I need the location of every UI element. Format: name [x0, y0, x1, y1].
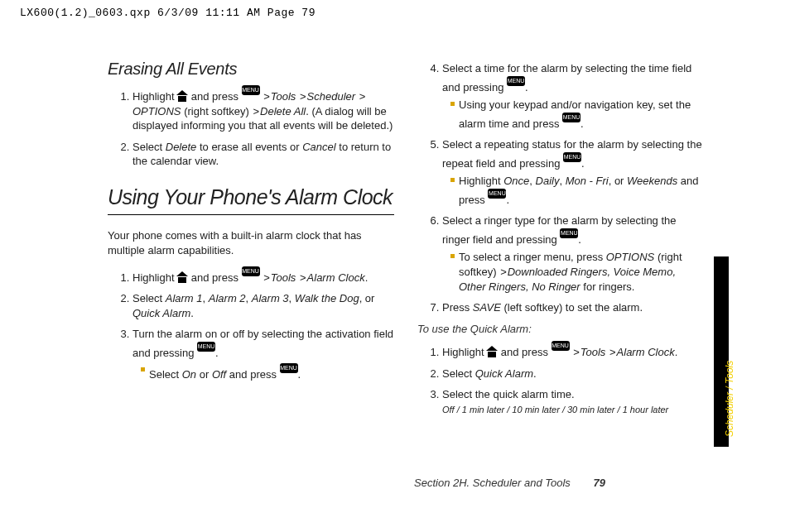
- text: To select a ringer menu, press: [459, 251, 606, 263]
- alarm3-label: Alarm 3: [252, 292, 289, 304]
- text: Select the quick alarm time.: [442, 388, 575, 400]
- gt: >: [606, 346, 615, 358]
- options-label: OPTIONS: [606, 251, 655, 263]
- alarm-steps: Highlight and press MENU OK >Tools >Alar…: [108, 266, 394, 382]
- gt: >: [356, 90, 365, 103]
- alarm-clock-label: Alarm Clock: [617, 346, 675, 358]
- alarm-step-3-sub: Select On or Off and press MENU OK.: [141, 363, 394, 382]
- dog-label: Walk the Dog: [295, 292, 359, 304]
- text: Select: [442, 367, 475, 380]
- quick-alarm-steps: Highlight and press MENU OK >Tools >Alar…: [417, 341, 704, 416]
- menu-ok-icon: MENU OK: [197, 342, 215, 352]
- gt: >: [500, 266, 507, 278]
- text: and press: [226, 368, 279, 381]
- heading-erasing: Erasing All Events: [108, 58, 394, 80]
- menu-ok-icon: MENU OK: [563, 152, 581, 162]
- alarm-step-5: Select a repeating status for the alarm …: [442, 137, 704, 207]
- alarm-step-4-sub: Using your keypad and/or navigation key,…: [450, 98, 704, 131]
- home-icon: [177, 273, 188, 283]
- side-tab: Scheduler / Tools: [714, 256, 729, 447]
- delete-label: Delete: [166, 141, 197, 153]
- scheduler-label: Scheduler: [307, 90, 356, 103]
- slug-line: LX600(1.2)_0603.qxp 6/3/09 11:11 AM Page…: [20, 7, 316, 19]
- alarm-step-6: Select a ringer type for the alarm by se…: [442, 213, 704, 294]
- alarm2-label: Alarm 2: [209, 292, 246, 304]
- alarm-step-6-sub: To select a ringer menu, press OPTIONS (…: [450, 250, 704, 294]
- alarm-step-7: Press SAVE (left softkey) to set the ala…: [442, 300, 704, 315]
- quick-step-3: Select the quick alarm time. Off / 1 min…: [442, 387, 704, 416]
- menu-ok-icon: MENU OK: [562, 113, 580, 122]
- gt: >: [261, 271, 270, 284]
- monfri-label: Mon - Fri: [566, 175, 609, 187]
- once-label: Once: [503, 175, 529, 187]
- gt: >: [296, 90, 306, 103]
- erase-step-2: Select Delete to erase all events or Can…: [132, 140, 394, 169]
- menu-ok-icon: MENU OK: [280, 363, 298, 373]
- alarm-step-4: Select a time for the alarm by selecting…: [442, 61, 704, 131]
- page-body: Erasing All Events Highlight and press M…: [108, 58, 704, 472]
- text: Press: [442, 301, 473, 314]
- alarm1-label: Alarm 1: [166, 292, 203, 304]
- left-column: Erasing All Events Highlight and press M…: [108, 58, 394, 472]
- menu-ok-icon: MENU OK: [560, 228, 578, 238]
- tools-label: Tools: [580, 346, 606, 358]
- quick-step-1: Highlight and press MENU OK >Tools >Alar…: [442, 341, 704, 360]
- gt: >: [261, 90, 270, 103]
- text: and press: [188, 90, 241, 103]
- alarm-intro: Your phone comes with a built-in alarm c…: [108, 228, 394, 257]
- quick-alarm-heading: To use the Quick Alarm:: [417, 322, 704, 337]
- text: and press: [188, 271, 241, 284]
- save-label: SAVE: [473, 301, 501, 314]
- right-column: Select a time for the alarm by selecting…: [417, 58, 704, 472]
- text: Turn the alarm on or off by selecting th…: [132, 328, 393, 359]
- quick-step-2: Select Quick Alarm.: [442, 367, 704, 381]
- text: for ringers.: [580, 280, 635, 293]
- home-icon: [487, 347, 498, 357]
- text: or: [196, 368, 212, 381]
- text: Select a time for the alarm by selecting…: [442, 62, 691, 93]
- side-tab-label: Scheduler / Tools: [724, 361, 735, 437]
- weekends-label: Weekends: [627, 175, 677, 187]
- text: Select: [132, 141, 166, 153]
- quick-alarm-label: Quick Alarm: [132, 307, 190, 319]
- on-label: On: [182, 368, 196, 381]
- page-footer: Section 2H. Scheduler and Tools 79: [414, 477, 605, 489]
- heading-alarm: Using Your Phone's Alarm Clock: [108, 184, 394, 212]
- text: , or: [359, 292, 375, 304]
- text: Select: [149, 368, 182, 381]
- options-label: OPTIONS: [132, 105, 181, 117]
- quick-times: Off / 1 min later / 10 min later / 30 mi…: [442, 405, 668, 415]
- text: Highlight: [132, 271, 177, 284]
- heading-rule: [108, 214, 394, 215]
- text: Highlight: [132, 90, 177, 103]
- text: (right softkey): [181, 105, 253, 117]
- text: Select: [132, 292, 166, 304]
- gt: >: [296, 271, 306, 284]
- alarm-step-2: Select Alarm 1, Alarm 2, Alarm 3, Walk t…: [132, 291, 394, 320]
- gt: >: [571, 346, 580, 358]
- alarm-step-1: Highlight and press MENU OK >Tools >Alar…: [132, 266, 394, 285]
- text: to erase all events or: [196, 141, 302, 153]
- text: Highlight: [459, 175, 503, 187]
- menu-ok-icon: MENU OK: [552, 341, 570, 351]
- cancel-label: Cancel: [302, 141, 335, 153]
- text: and press: [498, 346, 551, 358]
- menu-ok-icon: MENU OK: [242, 85, 260, 95]
- text: , or: [609, 175, 627, 187]
- off-label: Off: [212, 368, 226, 381]
- text: Highlight: [442, 346, 487, 358]
- tools-label: Tools: [271, 90, 296, 103]
- alarm-step-5-sub: Highlight Once, Daily, Mon - Fri, or Wee…: [450, 174, 704, 207]
- section-label: Section 2H. Scheduler and Tools: [414, 477, 571, 489]
- menu-ok-icon: MENU OK: [507, 76, 525, 86]
- alarm-steps-cont: Select a time for the alarm by selecting…: [417, 61, 704, 315]
- text: (left softkey) to set the alarm.: [501, 301, 643, 314]
- delete-all-label: Delete All: [260, 105, 306, 117]
- menu-ok-icon: MENU OK: [242, 266, 260, 276]
- tools-label: Tools: [271, 271, 296, 284]
- alarm-step-3: Turn the alarm on or off by selecting th…: [132, 327, 394, 382]
- home-icon: [177, 92, 188, 102]
- gt: >: [253, 105, 259, 117]
- alarm-clock-label: Alarm Clock: [307, 271, 365, 284]
- quick-alarm-label: Quick Alarm: [475, 367, 533, 380]
